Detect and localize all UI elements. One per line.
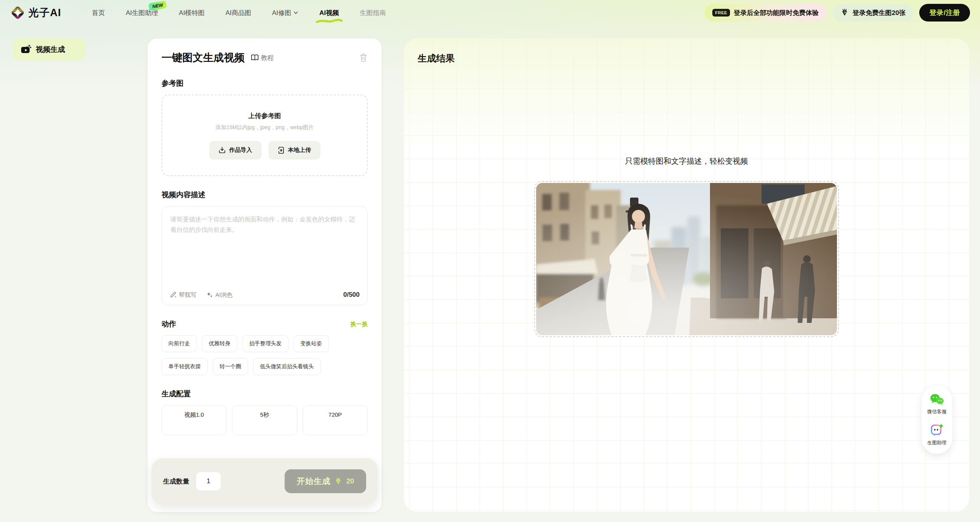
local-upload-button[interactable]: 本地上传 <box>268 141 320 160</box>
reference-upload-dropzone[interactable]: 上传参考图 添加15M以内jpg，jpeg，png，webp图片 作品导入 <box>162 95 368 176</box>
description-label: 视频内容描述 <box>162 190 368 200</box>
import-icon <box>218 146 226 154</box>
nav-item-ai-model-image[interactable]: AI模特图 <box>179 8 205 17</box>
upload-title: 上传参考图 <box>248 111 281 120</box>
config-option-resolution[interactable]: 720P <box>303 405 368 435</box>
nav-item-ai-image-assistant[interactable]: AI生图助理 NEW <box>126 8 158 17</box>
char-counter: 0/500 <box>343 291 360 299</box>
sidebar-item-label: 视频生成 <box>36 45 65 55</box>
demo-video-frame <box>534 181 839 337</box>
main-nav: 首页 AI生图助理 NEW AI模特图 AI商品图 AI修图 AI视频 生图指南 <box>92 8 386 17</box>
nav-item-ai-product-image[interactable]: AI商品图 <box>225 8 251 17</box>
video-generation-icon <box>20 44 32 55</box>
nav-item-ai-video[interactable]: AI视频 <box>319 8 339 17</box>
config-options-row: 视频1.0 5秒 720P <box>162 405 368 435</box>
free-trial-promo-pill[interactable]: FREE 登录后全部功能限时免费体验 <box>705 4 826 22</box>
generation-config-label: 生成配置 <box>162 389 368 399</box>
image-assistant-label: 生图助理 <box>927 440 947 446</box>
nav-item-guide[interactable]: 生图指南 <box>360 8 386 17</box>
pencil-icon <box>170 291 177 298</box>
trash-icon[interactable] <box>359 53 368 62</box>
description-textarea[interactable] <box>162 206 367 279</box>
action-tag-row-1: 向前行走 优雅转身 抬手整理头发 变换站姿 <box>162 335 368 352</box>
action-tag-row-2: 单手轻抚衣摆 转一个圈 低头微笑后抬头看镜头 <box>162 358 368 375</box>
reference-image-label: 参考图 <box>162 78 368 88</box>
floating-contact-pill: 微信客服 生图助理 <box>922 386 952 454</box>
sidebar-item-video-generation[interactable]: 视频生成 <box>13 38 85 61</box>
start-generate-button[interactable]: 开始生成 20 <box>285 469 366 493</box>
wechat-support-label: 微信客服 <box>927 409 947 415</box>
logo-diamond-icon <box>10 5 25 20</box>
form-title: 一键图文生成视频 <box>162 51 245 65</box>
config-option-model[interactable]: 视频1.0 <box>162 405 227 435</box>
action-tag[interactable]: 转一个圈 <box>213 358 248 375</box>
config-option-duration[interactable]: 5秒 <box>232 405 297 435</box>
action-tag[interactable]: 单手轻抚衣摆 <box>162 358 208 375</box>
top-navigation-bar: 光子AI 首页 AI生图助理 NEW AI模特图 AI商品图 AI修图 AI视频… <box>0 0 980 25</box>
action-tag[interactable]: 变换站姿 <box>293 335 329 352</box>
quantity-label: 生成数量 <box>163 477 189 486</box>
result-empty-hint: 只需模特图和文字描述，轻松变视频 <box>625 156 748 166</box>
action-tag[interactable]: 低头微笑后抬头看镜头 <box>253 358 321 375</box>
help-me-write-button[interactable]: 帮我写 <box>170 291 196 299</box>
gem-cost-icon <box>334 477 342 485</box>
sparkle-icon <box>206 291 213 298</box>
action-tag[interactable]: 优雅转身 <box>202 335 237 352</box>
generation-result-panel: 生成结果 只需模特图和文字描述，轻松变视频 <box>404 38 969 512</box>
ai-polish-button[interactable]: AI润色 <box>206 291 232 299</box>
gem-icon <box>840 8 849 17</box>
image-assistant-button[interactable]: 生图助理 <box>927 422 947 446</box>
new-badge: NEW <box>148 0 167 11</box>
logo-text: 光子AI <box>28 6 61 20</box>
generate-action-bar: 生成数量 开始生成 20 <box>152 458 378 504</box>
nav-item-ai-retouch[interactable]: AI修图 <box>272 8 298 17</box>
action-tag[interactable]: 向前行走 <box>162 335 197 352</box>
logo[interactable]: 光子AI <box>10 5 61 20</box>
login-register-button[interactable]: 登录/注册 <box>919 4 970 22</box>
login-credits-pill[interactable]: 登录免费生图20张 <box>833 4 913 22</box>
upload-hint: 添加15M以内jpg，jpeg，png，webp图片 <box>215 124 313 131</box>
file-upload-icon <box>278 146 285 154</box>
description-editor: 帮我写 AI润色 0/500 <box>162 206 368 305</box>
book-icon <box>251 54 259 61</box>
wechat-icon <box>929 393 945 406</box>
shuffle-actions-link[interactable]: 换一换 <box>350 321 368 328</box>
active-underline-swoosh <box>315 18 343 23</box>
video-generation-form-panel: 一键图文生成视频 教程 参考图 上传参考图 添加15M以内jpg，jpeg，pn… <box>148 38 382 512</box>
header-right-actions: FREE 登录后全部功能限时免费体验 登录免费生图20张 登录/注册 <box>705 4 970 22</box>
generate-cost: 20 <box>346 477 354 485</box>
result-title: 生成结果 <box>404 38 969 65</box>
promo-text: 登录后全部功能限时免费体验 <box>734 8 819 17</box>
nav-item-home[interactable]: 首页 <box>92 8 105 17</box>
credits-text: 登录免费生图20张 <box>853 8 906 17</box>
action-label: 动作 <box>162 319 176 329</box>
wechat-support-button[interactable]: 微信客服 <box>927 393 947 415</box>
tutorial-link[interactable]: 教程 <box>251 53 274 62</box>
image-assistant-icon <box>929 422 945 437</box>
chevron-down-icon <box>293 10 298 15</box>
quantity-input[interactable] <box>196 472 221 490</box>
free-badge: FREE <box>712 9 730 17</box>
demo-model-street-image <box>536 183 837 335</box>
import-from-works-button[interactable]: 作品导入 <box>209 141 262 160</box>
action-tag[interactable]: 抬手整理头发 <box>242 335 288 352</box>
